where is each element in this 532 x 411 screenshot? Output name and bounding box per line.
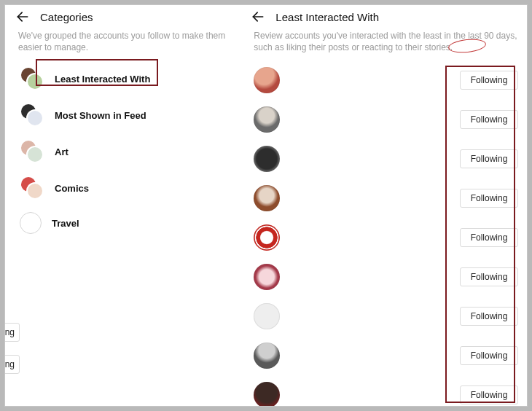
following-button[interactable]: Following [460,346,518,365]
account-row: Following [254,375,518,406]
following-button[interactable]: Following [460,307,518,326]
category-label: Travel [52,218,79,229]
categories-header: Categories [9,5,245,27]
following-button[interactable]: Following [460,110,518,129]
category-label: Art [55,146,69,157]
category-item-most-shown[interactable]: Most Shown in Feed [15,97,239,133]
back-arrow-icon[interactable] [251,9,265,24]
least-interacted-subtext: Review accounts you've interacted with t… [245,27,527,60]
avatar[interactable] [254,106,280,133]
categories-subtext: We've grouped the accounts you follow to… [9,27,245,60]
stacked-avatars-icon [20,66,44,91]
avatar[interactable] [254,303,280,329]
least-interacted-header: Least Interacted With [245,5,527,27]
empty-avatar-icon [20,212,42,234]
avatar[interactable] [254,67,280,93]
category-item-comics[interactable]: Comics [15,170,239,206]
following-button[interactable]: Following [460,385,518,404]
avatar[interactable] [254,264,280,290]
following-button[interactable]: Following [460,149,518,168]
following-button[interactable]: Following [460,189,518,208]
account-row: Following [254,179,518,218]
account-row: Following [254,257,518,297]
stacked-avatars-icon [20,103,44,128]
account-row: Following [254,100,518,139]
stacked-avatars-icon [20,176,44,200]
category-item-art[interactable]: Art [15,133,239,170]
account-row: Following [254,218,518,257]
least-interacted-panel: Least Interacted With Review accounts yo… [245,5,527,406]
back-arrow-icon[interactable] [15,9,30,24]
categories-panel: Categories We've grouped the accounts yo… [5,5,245,406]
avatar[interactable] [254,382,280,406]
accounts-list: Following Following Following Following … [245,60,527,406]
following-button[interactable]: Following [460,267,518,286]
account-row: Following [254,297,518,336]
avatar[interactable] [254,185,280,211]
category-label: Most Shown in Feed [55,110,146,121]
following-button[interactable]: Following [460,71,518,90]
category-item-travel[interactable]: Travel [15,206,239,240]
category-label: Least Interacted With [55,74,150,85]
least-interacted-title: Least Interacted With [275,11,379,23]
account-row: Following [254,139,518,179]
account-row: Following [254,336,518,375]
stacked-avatars-icon [20,139,44,164]
category-item-least-interacted[interactable]: Least Interacted With [15,60,239,97]
account-row: Following [254,60,518,100]
following-button[interactable]: Following [460,228,518,247]
categories-title: Categories [40,11,93,23]
avatar[interactable] [254,146,280,172]
avatar[interactable] [254,224,280,251]
category-label: Comics [55,183,89,194]
avatar[interactable] [254,342,280,369]
cropped-following-buttons: ng ng [5,323,20,374]
